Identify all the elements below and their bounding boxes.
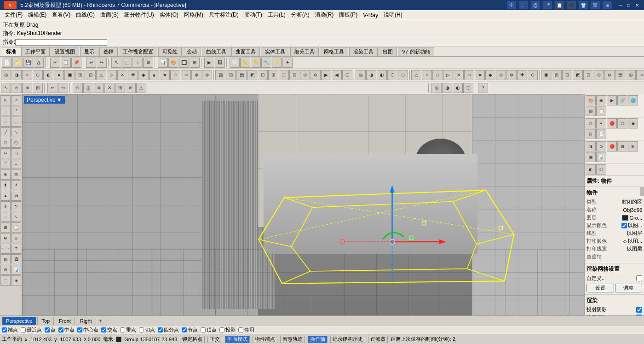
tool3-4[interactable]: ⊞ xyxy=(33,83,43,93)
close-button[interactable]: ✕ xyxy=(634,2,640,8)
tool2-25[interactable]: ⊡ xyxy=(258,70,268,80)
sb-smart2[interactable]: 智慧轨迹 xyxy=(280,336,305,343)
tab-select[interactable]: 选择 xyxy=(99,47,118,56)
tool2-20[interactable]: ⊗ xyxy=(202,70,212,80)
rp-btn-mat[interactable]: ▤ xyxy=(586,106,596,116)
tab-meshtools[interactable]: 网格工具 xyxy=(320,47,348,56)
tool3-7[interactable]: ⊙ xyxy=(73,83,83,93)
tab-front[interactable]: Front xyxy=(55,317,75,325)
tool2-23[interactable]: ▤ xyxy=(236,70,247,80)
left-tool-dim[interactable]: ←→ xyxy=(0,244,11,254)
sb-smart[interactable]: 物件端点 xyxy=(253,336,277,343)
tool-extra4[interactable]: 🔧 xyxy=(261,58,271,68)
menu-tools[interactable]: 工具(L) xyxy=(265,10,288,20)
tool2-40[interactable]: ○ xyxy=(422,70,432,80)
tool2-59[interactable]: ◎ xyxy=(626,70,636,80)
left-tool-extend[interactable]: ⊣ xyxy=(11,148,21,158)
left-tool-picture[interactable]: 🖼 xyxy=(11,254,21,264)
tool2-18[interactable]: ⊸ xyxy=(181,70,191,80)
tool2-24[interactable]: ◩ xyxy=(247,70,257,80)
tool3-15[interactable]: ◑ xyxy=(442,83,452,93)
rp-btn3-4[interactable]: ⊞ xyxy=(617,141,627,152)
tool2-52[interactable]: ⊞ xyxy=(552,70,562,80)
tool-new[interactable]: 📄 xyxy=(2,58,12,68)
tool2-60[interactable]: ⊸ xyxy=(636,70,644,80)
menu-render[interactable]: 渲染(R) xyxy=(312,10,337,20)
sb-action[interactable]: 操作轴 xyxy=(308,336,328,343)
left-tool-offset[interactable]: ⊜ xyxy=(0,169,11,180)
tool3-10[interactable]: ✕ xyxy=(104,83,115,93)
tool3-14[interactable]: ◎ xyxy=(431,83,442,93)
tool2-38[interactable]: ⊙ xyxy=(398,70,408,80)
menu-edit[interactable]: 编辑(E) xyxy=(25,10,49,20)
left-tool-copy2[interactable]: 📋 xyxy=(11,222,21,233)
tool-extra6[interactable]: ✦ xyxy=(282,58,293,68)
tool-extra1[interactable]: ⬜ xyxy=(230,58,240,68)
menu-analyze[interactable]: 分析(A) xyxy=(288,10,312,20)
rp-btn2-4[interactable]: ⬡ xyxy=(617,118,627,128)
tool2-42[interactable]: ▷ xyxy=(443,70,453,80)
left-tool-move[interactable]: ✛ xyxy=(0,201,11,211)
left-tool-fillet[interactable]: ⌒ xyxy=(0,159,11,169)
tool2-1[interactable]: ◎ xyxy=(1,70,11,80)
rp-btn3-7[interactable]: 📊 xyxy=(596,152,606,162)
rp-btn-render[interactable]: ▶ xyxy=(607,95,617,105)
tool2-28[interactable]: ⊟ xyxy=(289,70,299,80)
tool2-46[interactable]: ◆ xyxy=(485,70,495,80)
rp-cast-shadow-cb[interactable] xyxy=(636,307,642,313)
tool3-16[interactable]: ◐ xyxy=(453,83,463,93)
tool-undo[interactable]: ↩ xyxy=(86,58,96,68)
tool2-14[interactable]: ◆ xyxy=(138,70,149,80)
tool2-32[interactable]: ◀ xyxy=(332,70,342,80)
tool2-39[interactable]: △ xyxy=(411,70,421,80)
snap-cb-project[interactable] xyxy=(219,327,224,332)
snap-cb-midpoint[interactable] xyxy=(58,327,63,332)
tool-open[interactable]: 📁 xyxy=(12,58,23,68)
menu-surface[interactable]: 曲面(S) xyxy=(98,10,121,20)
menu-vray[interactable]: V-Ray xyxy=(360,11,381,19)
left-tool-rotate[interactable]: ↻ xyxy=(11,201,21,211)
tool2-22[interactable]: ⊞ xyxy=(226,70,236,80)
tool-cut[interactable]: ✂ xyxy=(50,58,60,68)
tool2-34[interactable]: ◎ xyxy=(356,70,366,80)
tab-perspective[interactable]: Perspective xyxy=(2,317,36,325)
left-tool-scale3d[interactable]: ⤡ xyxy=(11,212,21,222)
tool2-45[interactable]: ★ xyxy=(475,70,485,80)
snap-cb-vertex[interactable] xyxy=(201,327,206,332)
rp-btn2-2[interactable]: ✦ xyxy=(596,118,606,128)
rp-btn3-1[interactable]: ◑ xyxy=(586,141,596,152)
tab-right[interactable]: Right xyxy=(76,317,96,325)
tool2-56[interactable]: ⊕ xyxy=(594,70,604,80)
tool3-2[interactable]: ⎋ xyxy=(12,83,22,93)
snap-cb-quad[interactable] xyxy=(158,327,163,332)
tool3-1[interactable]: ↖ xyxy=(1,83,11,93)
tool3-13[interactable]: △ xyxy=(136,83,146,93)
tool3-17[interactable]: ⬡ xyxy=(463,83,473,93)
left-tool-analyse[interactable]: ⚙ xyxy=(0,265,11,275)
tool-select[interactable]: ↖ xyxy=(111,58,121,68)
tool2-43[interactable]: ✕ xyxy=(454,70,464,80)
left-tool-cage2[interactable]: ◈ xyxy=(11,275,21,286)
tool2-7[interactable]: ▣ xyxy=(64,70,75,80)
tool2-6[interactable]: ● xyxy=(54,70,64,80)
snap-cb-nearest[interactable] xyxy=(21,327,26,332)
tool-material[interactable]: 🎨 xyxy=(168,58,178,68)
tool2-31[interactable]: ▶ xyxy=(321,70,331,80)
left-tool-mirror[interactable]: ⊟ xyxy=(11,169,21,180)
rp-btn-object[interactable]: ◉ xyxy=(596,95,606,105)
left-tool-extrude[interactable]: ⬆ xyxy=(0,180,11,190)
tool2-16[interactable]: ★ xyxy=(160,70,170,80)
tool-extra3[interactable]: 📏 xyxy=(251,58,261,68)
tool3-8[interactable]: ◎ xyxy=(83,83,93,93)
rp-btn2-1[interactable]: ◎ xyxy=(586,118,596,128)
left-tool-line[interactable]: ╱ xyxy=(0,127,11,137)
rp-adjust-btn[interactable]: 调整 xyxy=(615,284,643,292)
tool-layer[interactable]: 📊 xyxy=(158,58,168,68)
left-tool-boolean[interactable]: ⊕ xyxy=(0,233,11,243)
tool2-55[interactable]: ⊡ xyxy=(583,70,593,80)
snap-cb-disable[interactable] xyxy=(238,327,243,332)
tool2-19[interactable]: ⊕ xyxy=(191,70,201,80)
tool2-53[interactable]: ⊟ xyxy=(562,70,572,80)
tab-subdivtools[interactable]: 细分工具 xyxy=(290,47,319,56)
left-tool-boolean2[interactable]: ⊖ xyxy=(11,233,21,243)
